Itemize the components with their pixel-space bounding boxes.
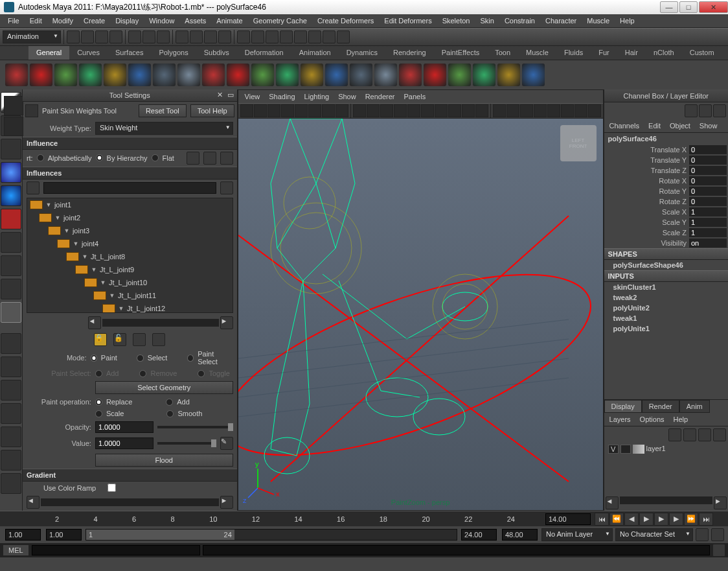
toolbar-btn[interactable] — [218, 30, 231, 43]
layout-single-icon[interactable] — [1, 333, 21, 354]
mode-select-radio[interactable] — [137, 355, 143, 362]
play-fwd-icon[interactable]: ▶ — [654, 513, 668, 526]
lang-toggle[interactable]: MEL — [3, 544, 29, 556]
shelf-icon[interactable] — [202, 64, 225, 86]
list-view2-icon[interactable] — [220, 152, 233, 165]
influence-list[interactable]: ▼joint1▼joint2▼joint3▼joint4▼Jt_L_joint8… — [27, 198, 233, 313]
vp-toolbar-icon[interactable] — [295, 104, 308, 117]
menu-constrain[interactable]: Constrain — [499, 15, 540, 27]
range-start-input[interactable] — [46, 529, 82, 541]
layout-two-icon[interactable] — [1, 380, 21, 401]
shelf-tab-muscle[interactable]: Muscle — [518, 46, 556, 60]
list-icon[interactable] — [133, 333, 146, 346]
shelf-tab-animation[interactable]: Animation — [291, 46, 339, 60]
shelf-icon[interactable] — [473, 64, 495, 86]
toolbar-btn[interactable] — [204, 30, 217, 43]
toolbar-btn[interactable] — [81, 30, 94, 43]
ch-icon[interactable] — [699, 104, 712, 117]
toolbar-btn[interactable] — [157, 30, 170, 43]
menu-character[interactable]: Character — [540, 15, 582, 27]
shelf-icon[interactable] — [497, 64, 520, 86]
shelf-icon[interactable] — [448, 64, 471, 86]
channel-attr[interactable]: Visibilityon — [604, 238, 728, 248]
expand-icon[interactable]: ▼ — [91, 266, 97, 273]
toolbar-btn[interactable] — [176, 30, 188, 43]
shelf-tab-surfaces[interactable]: Surfaces — [108, 46, 151, 60]
influence-item[interactable]: ▼Jt_L_joint11 — [27, 289, 233, 302]
influence-item[interactable]: ▼Jt_L_joint12 — [27, 302, 233, 313]
step-fwd-key-icon[interactable]: ⏩ — [684, 513, 698, 526]
op-replace-radio[interactable] — [95, 399, 102, 406]
ch-menu-edit[interactable]: Edit — [648, 122, 661, 130]
play-back-icon[interactable]: ▶ — [639, 513, 654, 526]
vp-toolbar-icon[interactable] — [394, 104, 407, 117]
expand-icon[interactable]: ▼ — [73, 240, 79, 247]
toolbar-btn[interactable] — [190, 30, 203, 43]
list2-icon[interactable] — [152, 333, 165, 346]
vp-toolbar-icon[interactable] — [547, 104, 560, 117]
influence-filter-input[interactable] — [43, 182, 216, 194]
expand-icon[interactable]: ▼ — [109, 292, 115, 299]
channel-attr[interactable]: Translate X0 — [604, 145, 728, 155]
go-start-icon[interactable]: ⏮ — [595, 513, 609, 526]
sort-flat-radio[interactable] — [152, 154, 159, 161]
channel-attr[interactable]: Rotate X0 — [604, 176, 728, 186]
vp-toolbar-icon[interactable] — [281, 104, 294, 117]
go-end-icon[interactable]: ⏭ — [699, 513, 713, 526]
vp-toolbar-icon[interactable] — [380, 104, 393, 117]
layer-menu-options[interactable]: Options — [640, 415, 665, 423]
dropper-icon[interactable]: ✎ — [220, 437, 233, 450]
scroll-right-icon[interactable]: ► — [714, 496, 727, 509]
layer-menu-help[interactable]: Help — [674, 415, 688, 423]
anim-end-input[interactable] — [502, 529, 538, 541]
toolbar-btn[interactable] — [128, 30, 141, 43]
ch-menu-channels[interactable]: Channels — [609, 122, 639, 130]
scroll-left-icon[interactable]: ◄ — [606, 496, 619, 509]
layer-menu-layers[interactable]: Layers — [609, 415, 631, 423]
reset-tool-button[interactable]: Reset Tool — [139, 104, 187, 117]
layer-icon[interactable] — [713, 428, 726, 441]
ch-menu-object[interactable]: Object — [670, 122, 690, 130]
vp-toolbar-icon[interactable] — [322, 104, 335, 117]
influence-item[interactable]: ▼joint3 — [27, 224, 233, 237]
toolbar-btn[interactable] — [280, 30, 293, 43]
scroll-right-icon[interactable]: ► — [220, 496, 233, 509]
layer-icon[interactable] — [698, 428, 711, 441]
vp-toolbar-icon[interactable] — [336, 104, 348, 117]
layer-icon[interactable] — [668, 428, 681, 441]
shape-name[interactable]: polySurfaceShape46 — [604, 260, 728, 270]
time-slider[interactable]: 24681012141618202224 ⏮ ⏪ ◀ ▶ ▶ ▶ ⏩ ⏭ — [0, 511, 728, 526]
shelf-icon[interactable] — [30, 64, 52, 86]
shelf-icon[interactable] — [153, 64, 176, 86]
menu-assets[interactable]: Assets — [179, 15, 211, 27]
shelf-icon[interactable] — [251, 64, 274, 86]
vp-toolbar-icon[interactable] — [435, 104, 448, 117]
mode-combo[interactable]: Animation — [3, 30, 61, 43]
influence-item[interactable]: ▼joint2 — [27, 211, 233, 224]
menu-skin[interactable]: Skin — [475, 15, 499, 27]
vp-toolbar-icon[interactable] — [240, 104, 253, 117]
layout-graph-icon[interactable] — [1, 450, 21, 471]
scroll-right-icon[interactable]: ► — [220, 316, 233, 329]
channel-attr[interactable]: Rotate Y0 — [604, 186, 728, 196]
menu-createdeformers[interactable]: Create Deformers — [312, 15, 379, 27]
shelf-icon[interactable] — [104, 64, 126, 86]
vp-menu-lighting[interactable]: Lighting — [304, 93, 330, 100]
ch-icon[interactable] — [685, 104, 698, 117]
menu-animate[interactable]: Animate — [211, 15, 247, 27]
vp-menu-shading[interactable]: Shading — [269, 93, 295, 100]
shelf-tab-fluids[interactable]: Fluids — [556, 46, 591, 60]
pin-icon[interactable] — [187, 152, 199, 165]
input-node[interactable]: skinCluster1 — [604, 282, 728, 292]
display-layer-tab[interactable]: Display — [604, 400, 642, 413]
shelf-tab-general[interactable]: General — [28, 46, 69, 60]
rotate-tool-icon[interactable] — [1, 185, 21, 206]
vp-toolbar-icon[interactable] — [407, 104, 420, 117]
menu-muscle[interactable]: Muscle — [582, 15, 615, 27]
menu-skeleton[interactable]: Skeleton — [437, 15, 475, 27]
layout-script-icon[interactable] — [1, 473, 21, 494]
menu-geometrycache[interactable]: Geometry Cache — [248, 15, 312, 27]
channel-attr[interactable]: Scale Y1 — [604, 217, 728, 227]
influence-item[interactable]: ▼joint1 — [27, 198, 233, 211]
toolbar-btn[interactable] — [323, 30, 336, 43]
